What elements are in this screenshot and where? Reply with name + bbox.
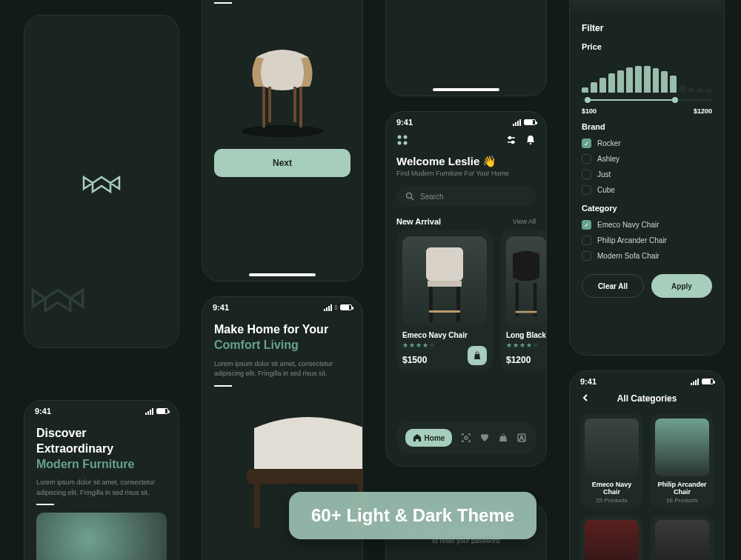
- filter-brand-label: Brand: [570, 116, 724, 136]
- apply-button[interactable]: Apply: [651, 274, 712, 298]
- svg-point-11: [404, 141, 408, 145]
- theme-banner: 60+ Light & Dark Theme: [289, 492, 536, 539]
- discover-heading: Discover Extraordinary Modern Furniture: [24, 426, 179, 472]
- svg-point-29: [521, 436, 523, 439]
- add-to-cart-button[interactable]: [468, 346, 487, 365]
- blur-header: [570, 0, 724, 16]
- status-bar: 9:41: [386, 112, 546, 130]
- product-card[interactable]: Long Black Chair ★★★★★ $1200: [500, 230, 547, 371]
- svg-rect-2: [299, 87, 302, 127]
- settings-sliders-icon[interactable]: [506, 135, 516, 145]
- category-image: [655, 419, 709, 476]
- svg-point-27: [465, 436, 468, 439]
- next-button[interactable]: Next: [214, 149, 350, 177]
- discover-screen: 9:41 Discover Extraordinary Modern Furni…: [24, 400, 179, 560]
- brand-checkbox[interactable]: Just: [570, 167, 724, 182]
- search-icon: [405, 192, 414, 201]
- category-count: 16 Products: [655, 497, 709, 504]
- category-checkbox[interactable]: Modern Sofa Chair: [570, 248, 724, 264]
- brand-checkbox[interactable]: ✓Rocker: [570, 136, 724, 151]
- tab-profile[interactable]: [516, 433, 527, 443]
- back-button[interactable]: [580, 393, 591, 405]
- notification-bell-icon[interactable]: [525, 135, 536, 145]
- home-indicator: [249, 273, 316, 276]
- wave-emoji-icon: 👋: [482, 155, 496, 168]
- category-card[interactable]: [580, 516, 643, 560]
- price-histogram: [570, 56, 724, 93]
- filter-screen: Filter Price $100 $1200 Brand ✓Rocker As…: [569, 0, 725, 356]
- price-range-slider[interactable]: [582, 96, 712, 104]
- clear-all-button[interactable]: Clear All: [582, 274, 644, 298]
- bag-icon: [473, 351, 482, 360]
- svg-point-14: [509, 137, 511, 139]
- categories-title: All Categories: [617, 393, 677, 404]
- product-card[interactable]: Emeco Navy Chair ★★★★★ $1500: [396, 230, 493, 371]
- brand-checkbox[interactable]: Ashley: [570, 151, 724, 167]
- app-logo-watermark-icon: [29, 276, 87, 317]
- filter-category-label: Category: [570, 198, 724, 217]
- svg-rect-20: [428, 281, 462, 287]
- divider: [214, 2, 232, 4]
- category-image: [585, 419, 639, 476]
- search-input[interactable]: Search: [396, 186, 536, 207]
- product-image: [227, 13, 338, 139]
- svg-rect-26: [516, 311, 537, 313]
- tab-home[interactable]: Home: [405, 429, 453, 447]
- menu-grid-icon[interactable]: [396, 134, 408, 146]
- svg-rect-19: [426, 247, 463, 281]
- welcome-sub: Find Modern Furniture For Your Home: [386, 170, 546, 177]
- svg-rect-23: [429, 310, 460, 313]
- svg-point-9: [404, 136, 408, 139]
- home-indicator: [433, 88, 499, 91]
- onboarding-screen-1: adipiscing elit. Fringilla in sed risus …: [202, 0, 363, 281]
- chevron-left-icon: [580, 393, 591, 403]
- tab-scan[interactable]: [461, 433, 471, 443]
- product-name: Long Black Chair: [506, 331, 546, 339]
- bottom-tab-bar: Home: [396, 421, 536, 454]
- svg-rect-5: [247, 469, 363, 484]
- category-name: Emeco Navy Chair: [585, 481, 639, 496]
- svg-point-15: [512, 141, 514, 144]
- divider: [214, 385, 232, 387]
- status-bar: 9:41 􀙇: [202, 297, 362, 315]
- home-icon: [413, 433, 422, 442]
- svg-rect-3: [268, 87, 271, 122]
- view-all-link[interactable]: View All: [513, 218, 536, 225]
- welcome-heading: Welcome Leslie 👋: [386, 150, 546, 170]
- svg-rect-21: [429, 287, 433, 322]
- status-bar: 9:41: [24, 401, 179, 419]
- home-screen: 9:41 Welcome Leslie 👋 Find Modern Furnit…: [385, 111, 547, 467]
- svg-rect-1: [262, 87, 265, 127]
- filter-title: Filter: [570, 16, 724, 36]
- svg-rect-4: [293, 87, 296, 122]
- product-name: Emeco Navy Chair: [402, 331, 487, 339]
- category-card[interactable]: Emeco Navy Chair 25 Products: [580, 414, 643, 508]
- app-logo-icon: [81, 167, 122, 196]
- divider: [36, 504, 54, 505]
- svg-point-10: [398, 141, 402, 145]
- price-max: $1200: [694, 107, 712, 115]
- category-card[interactable]: Philip Arcander Chair 16 Products: [651, 414, 714, 508]
- product-image: [506, 236, 546, 325]
- status-bar: 9:41: [570, 371, 724, 389]
- category-checkbox[interactable]: Philip Arcander Chair: [570, 233, 724, 248]
- price-min: $100: [582, 107, 597, 115]
- categories-screen: 9:41 All Categories Emeco Navy Chair 25 …: [569, 370, 725, 560]
- category-card[interactable]: [651, 516, 714, 560]
- status-time: 9:41: [580, 377, 597, 386]
- svg-point-16: [530, 143, 531, 144]
- category-checkbox[interactable]: ✓Emeco Navy Chair: [570, 217, 724, 233]
- svg-rect-6: [254, 484, 260, 528]
- tab-cart[interactable]: [498, 433, 508, 443]
- brand-checkbox[interactable]: Cube: [570, 182, 724, 198]
- discover-lorem: Lorem ipsum dolor sit amet, consectetur …: [24, 478, 179, 498]
- svg-line-18: [411, 198, 413, 200]
- status-time: 9:41: [35, 407, 51, 416]
- category-image: [585, 520, 639, 560]
- product-price: $1200: [506, 355, 546, 365]
- onboarding-heading: Make Home for Your Comfort Living: [202, 322, 362, 353]
- tab-favorites[interactable]: [479, 433, 490, 443]
- category-image: [655, 520, 709, 560]
- svg-point-0: [242, 125, 323, 137]
- product-rating: ★★★★★: [506, 341, 546, 349]
